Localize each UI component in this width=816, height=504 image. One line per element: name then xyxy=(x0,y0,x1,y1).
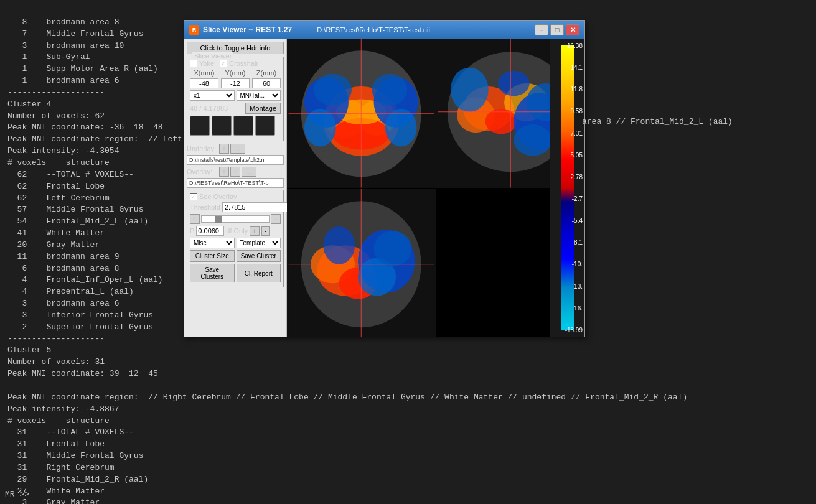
y-header: Y(mm) xyxy=(221,69,250,77)
slider-row: < > xyxy=(190,214,281,224)
slice-viewer-window: R Slice Viewer -- REST 1.27 D:\REST\rest… xyxy=(184,20,585,337)
underlay-row: Underlay: ▼ ... xyxy=(187,144,284,154)
save-clusters-button[interactable]: Save Clusters xyxy=(190,264,235,282)
overlay-arrow[interactable]: ▼ xyxy=(219,167,229,177)
cluster-size-button[interactable]: Cluster Size xyxy=(190,250,235,262)
scale-val-3: 11.8 xyxy=(565,86,583,93)
scale-val-9: -5.4 xyxy=(565,217,583,224)
yoke-crosshair-row: Yoke ✓ Crosshair xyxy=(190,60,281,67)
slice-viewer-group: Slice Viewer Yoke ✓ Crosshair X(mm) Y(mm… xyxy=(187,57,284,141)
crosshair-label: Crosshair xyxy=(229,60,258,67)
svg-point-9 xyxy=(304,109,336,147)
threshold-slider[interactable] xyxy=(201,215,270,223)
underlay-dots[interactable]: ... xyxy=(230,144,245,154)
p-row: P df Only + - xyxy=(190,226,281,236)
plus-button[interactable]: + xyxy=(250,226,260,236)
scale-val-8: -2.7 xyxy=(565,195,583,202)
template-select[interactable]: Template xyxy=(237,238,281,248)
df-label: df xyxy=(226,227,232,235)
montage-button[interactable]: Montage xyxy=(245,103,281,114)
underlay-label: Underlay: xyxy=(187,145,218,152)
color-scale: 16.38 14.1 11.8 9.58 7.31 5.05 2.78 -2.7… xyxy=(550,39,584,337)
z-header: Z(mm) xyxy=(252,69,281,77)
svg-point-25 xyxy=(514,124,551,156)
scale-val-7: 2.78 xyxy=(565,174,583,180)
space-select[interactable]: MN/Tal... xyxy=(237,90,281,101)
coord-headers: X(mm) Y(mm) Z(mm) xyxy=(190,69,281,77)
misc-select[interactable]: Misc xyxy=(190,238,235,248)
only-label: Only xyxy=(234,227,248,235)
see-overlay-group: ✓ See Overlay Threshold < > P xyxy=(187,190,284,287)
window-path: D:\REST\rest\ReHo\T-TEST\T-test.nii xyxy=(317,26,533,34)
overlay-arrow2[interactable]: < xyxy=(230,167,240,177)
scale-val-4: 9.58 xyxy=(565,108,583,114)
svg-point-23 xyxy=(450,68,488,112)
scale-select[interactable]: x1 xyxy=(190,90,235,101)
slider-left[interactable]: < xyxy=(190,214,200,224)
save-report-buttons-row: Save Clusters Cl. Report xyxy=(190,264,281,282)
svg-point-10 xyxy=(385,109,417,147)
svg-point-36 xyxy=(323,226,355,264)
p-input[interactable] xyxy=(196,226,224,236)
svg-point-24 xyxy=(497,71,529,96)
brain-thumbnails xyxy=(190,116,281,136)
app-icon: R xyxy=(189,25,199,35)
title-bar[interactable]: R Slice Viewer -- REST 1.27 D:\REST\rest… xyxy=(184,21,584,39)
minimize-button[interactable]: – xyxy=(535,24,548,35)
see-overlay-checkbox[interactable]: ✓ xyxy=(190,193,197,200)
scale-val-1: 16.38 xyxy=(565,42,583,49)
scale-val-5: 7.31 xyxy=(565,130,583,137)
window-title: Slice Viewer -- REST 1.27 xyxy=(203,26,311,34)
thumb-extra[interactable] xyxy=(255,116,275,136)
thumb-coronal[interactable] xyxy=(212,116,232,136)
y-input[interactable] xyxy=(221,78,250,88)
brain-images: 16.38 14.1 11.8 9.58 7.31 5.05 2.78 -2.7… xyxy=(287,39,584,337)
overlay-label: Overlay: xyxy=(187,168,218,175)
scale-val-14: -18.99 xyxy=(565,327,583,334)
cluster-buttons-row: Cluster Size Save Cluster xyxy=(190,250,281,262)
overlay-row: Overlay: ▼ < ... xyxy=(187,167,284,177)
overlay-value: 48 / 4.17883 xyxy=(190,105,243,112)
region-label: area 8 // Frontal_Mid_2_L (aal) xyxy=(582,117,733,126)
yoke-label: Yoke xyxy=(199,60,214,67)
yoke-checkbox[interactable] xyxy=(190,60,197,67)
terminal-prompt: MR >> xyxy=(5,490,29,499)
coord-inputs xyxy=(190,78,281,88)
maximize-button[interactable]: □ xyxy=(550,24,564,35)
slider-right[interactable]: > xyxy=(271,214,281,224)
cl-report-button[interactable]: Cl. Report xyxy=(237,264,281,282)
misc-template-row: Misc Template xyxy=(190,238,281,248)
overlay-path: D:\REST\rest\ReHo\T-TEST\T-b xyxy=(187,178,284,188)
scale-val-6: 5.05 xyxy=(565,152,583,159)
svg-point-11 xyxy=(314,74,352,106)
z-input[interactable] xyxy=(252,78,281,88)
overlay-dots[interactable]: ... xyxy=(242,167,256,177)
save-cluster-button[interactable]: Save Cluster xyxy=(237,250,281,262)
scale-val-2: 14.1 xyxy=(565,64,583,71)
scale-val-11: -10. xyxy=(565,261,583,268)
p-label: P xyxy=(190,227,194,235)
control-panel: Click to Toggle Hdr info Slice Viewer Yo… xyxy=(184,39,287,337)
threshold-row: Threshold xyxy=(190,202,281,212)
x-input[interactable] xyxy=(190,78,218,88)
overlay-val-row: 48 / 4.17883 Montage xyxy=(190,103,281,114)
scale-val-12: -13. xyxy=(565,283,583,290)
thumb-axial[interactable] xyxy=(190,116,210,136)
scale-val-13: -16. xyxy=(565,305,583,312)
coronal-view[interactable] xyxy=(287,39,436,188)
see-overlay-label: See Overlay xyxy=(199,193,237,200)
close-button[interactable]: ✕ xyxy=(566,24,579,35)
minus-button[interactable]: - xyxy=(261,226,270,236)
axial-view[interactable] xyxy=(287,189,436,337)
svg-point-20 xyxy=(485,109,517,134)
slice-viewer-group-label: Slice Viewer xyxy=(192,52,233,60)
scale-labels: 16.38 14.1 11.8 9.58 7.31 5.05 2.78 -2.7… xyxy=(565,39,583,337)
underlay-path: D:\Installs\rest\Template\ch2.ni xyxy=(187,155,284,165)
underlay-arrow[interactable]: ▼ xyxy=(219,144,229,154)
scale-val-10: -8.1 xyxy=(565,239,583,246)
thumb-sagittal[interactable] xyxy=(233,116,253,136)
scale-space-row: x1 MN/Tal... xyxy=(190,90,281,101)
svg-point-12 xyxy=(372,74,408,106)
svg-point-35 xyxy=(374,230,412,266)
crosshair-checkbox[interactable]: ✓ xyxy=(220,60,227,67)
